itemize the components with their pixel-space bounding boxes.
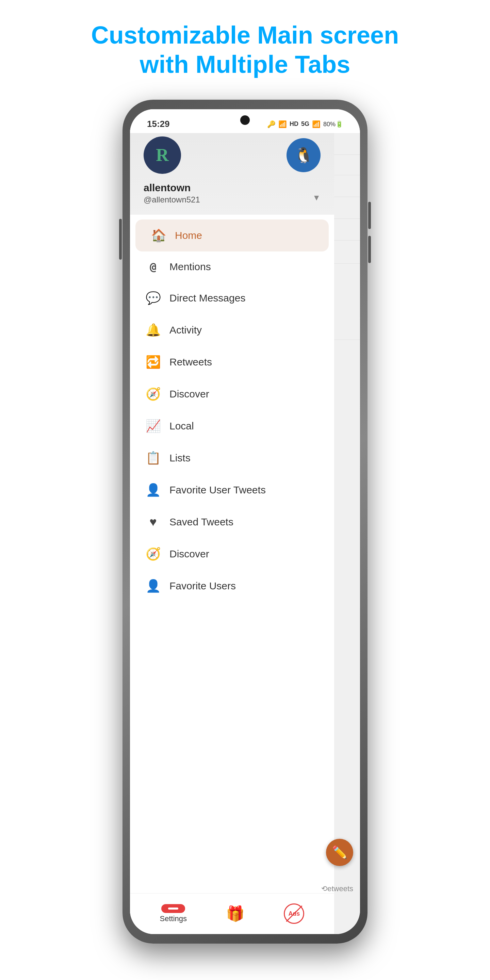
mentions-icon: @ (143, 260, 163, 273)
direct-messages-icon: 💬 (143, 291, 163, 305)
vol-up-button (368, 202, 371, 229)
nav-label-mentions: Mentions (169, 261, 211, 272)
title-line2: with Multiple Tabs (140, 51, 350, 78)
nav-label-local: Local (169, 420, 194, 432)
pencil-icon: ✏️ (332, 845, 347, 859)
retweet-area: ⟲etweets (321, 885, 353, 893)
favorite-users-icon: 👤 (143, 579, 163, 593)
local-icon: 📈 (143, 419, 163, 433)
profile-avatars: R 🐧 (143, 137, 321, 174)
discover2-icon: 🧭 (143, 547, 163, 561)
bottom-bar: Settings 🎁 Ads (130, 893, 334, 934)
nav-item-discover[interactable]: 🧭Discover (130, 378, 334, 410)
home-icon: 🏠 (149, 228, 168, 243)
ads-text: Ads (288, 910, 300, 917)
profile-dropdown-arrow[interactable]: ▼ (312, 193, 321, 202)
nav-label-direct-messages: Direct Messages (169, 292, 245, 304)
nav-item-favorite-user-tweets[interactable]: 👤Favorite User Tweets (130, 474, 334, 506)
battery-label: 80%🔋 (323, 121, 343, 128)
gift-button[interactable]: 🎁 (226, 905, 245, 923)
profile-name: allentown (143, 182, 321, 194)
discover-icon: 🧭 (143, 387, 163, 401)
ads-circle: Ads (284, 904, 304, 924)
hd-label: HD (290, 121, 298, 127)
nav-item-activity[interactable]: 🔔Activity (130, 314, 334, 346)
settings-pill-bar (168, 907, 178, 910)
nav-item-mentions[interactable]: @Mentions (130, 251, 334, 282)
retweet-label: ⟲etweets (321, 885, 353, 893)
phone-mockup: 15:29 🔑 📶 HD 5G 📶 80%🔋 ucts 🔍 10d s 10d … (123, 100, 368, 943)
settings-pill (161, 904, 185, 913)
profile-handle: @allentown521 (143, 195, 321, 205)
nav-item-favorite-users[interactable]: 👤Favorite Users (130, 570, 334, 602)
avatar-letter: R (156, 145, 169, 165)
page-title: Customizable Main screen with Multiple T… (50, 21, 440, 79)
wifi-icon: 📶 (278, 120, 287, 128)
secondary-avatar-icon: 🐧 (294, 146, 313, 164)
camera-notch (240, 115, 250, 125)
navigation-drawer: R 🐧 allentown @allentown521 ▼ 🏠Home@Ment… (130, 109, 334, 934)
lists-icon: 📋 (143, 451, 163, 465)
secondary-avatar[interactable]: 🐧 (286, 138, 321, 172)
power-button (119, 219, 122, 259)
nav-item-direct-messages[interactable]: 💬Direct Messages (130, 282, 334, 314)
nav-label-retweets: Retweets (169, 356, 212, 368)
nav-label-home: Home (175, 230, 202, 241)
saved-tweets-icon: ♥ (143, 515, 163, 529)
nav-item-discover2[interactable]: 🧭Discover (130, 538, 334, 570)
nav-item-lists[interactable]: 📋Lists (130, 442, 334, 474)
compose-fab[interactable]: ✏️ (326, 839, 353, 866)
nav-item-home[interactable]: 🏠Home (135, 220, 329, 251)
ads-button[interactable]: Ads (284, 904, 304, 924)
nav-label-activity: Activity (169, 324, 202, 336)
nav-label-lists: Lists (169, 452, 191, 464)
activity-icon: 🔔 (143, 323, 163, 337)
vol-down-button (368, 236, 371, 263)
nav-item-retweets[interactable]: 🔁Retweets (130, 346, 334, 378)
nav-item-saved-tweets[interactable]: ♥Saved Tweets (130, 506, 334, 538)
nav-item-local[interactable]: 📈Local (130, 410, 334, 442)
nav-label-discover: Discover (169, 388, 209, 400)
nav-label-discover2: Discover (169, 548, 209, 560)
5g-label: 5G (301, 121, 309, 127)
settings-button[interactable]: Settings (160, 904, 187, 923)
nav-label-favorite-user-tweets: Favorite User Tweets (169, 484, 266, 496)
signal-icon: 📶 (312, 120, 321, 128)
main-avatar[interactable]: R (143, 137, 181, 174)
status-time: 15:29 (147, 119, 170, 129)
title-line1: Customizable Main screen (91, 21, 399, 49)
retweets-icon: 🔁 (143, 355, 163, 369)
nav-label-saved-tweets: Saved Tweets (169, 516, 234, 528)
settings-label: Settings (160, 914, 187, 923)
status-icons: 🔑 📶 HD 5G 📶 80%🔋 (267, 120, 343, 128)
nav-label-favorite-users: Favorite Users (169, 580, 236, 592)
key-icon: 🔑 (267, 120, 275, 128)
phone-screen: 15:29 🔑 📶 HD 5G 📶 80%🔋 ucts 🔍 10d s 10d … (130, 109, 360, 934)
nav-list: 🏠Home@Mentions💬Direct Messages🔔Activity🔁… (130, 215, 334, 893)
favorite-user-tweets-icon: 👤 (143, 483, 163, 497)
gift-icon: 🎁 (226, 905, 245, 923)
